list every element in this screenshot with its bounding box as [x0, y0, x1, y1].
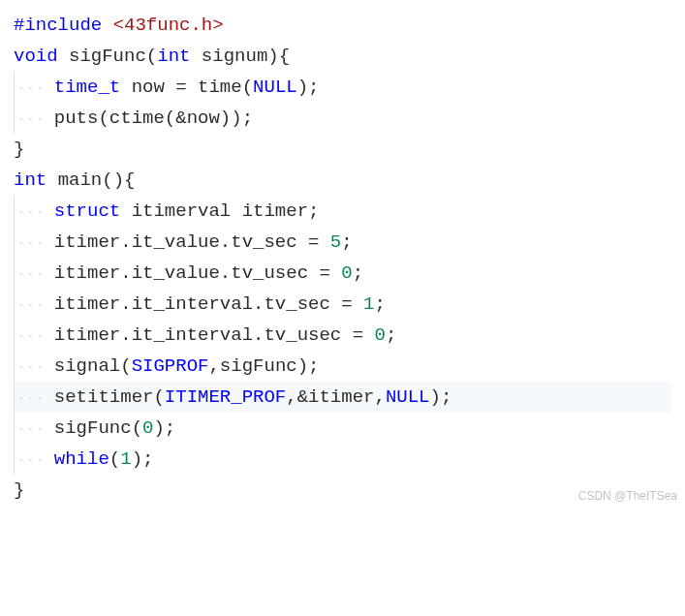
indent-guide: ··· [14, 382, 54, 413]
code-line: ··· puts(ctime(&now)); [14, 103, 671, 134]
code-token: ( [153, 382, 164, 413]
indent-guide: ··· [14, 227, 54, 258]
code-line: ··· itimer.it_interval.tv_sec = 1; [14, 289, 671, 320]
code-token: ); [430, 382, 452, 413]
code-line: void sigFunc(int signum){ [14, 41, 671, 72]
code-line: ··· time_t now = time(NULL); [14, 72, 671, 103]
code-line: ··· setitimer(ITIMER_PROF,&itimer,NULL); [14, 382, 671, 413]
code-token: ; [386, 320, 396, 351]
code-token: ( [146, 41, 157, 72]
code-token: ctime [109, 103, 165, 134]
code-token: now = [120, 72, 198, 103]
code-token: ); [297, 72, 320, 103]
code-token: NULL [386, 382, 430, 413]
code-token: signum){ [190, 41, 290, 72]
code-token: int [14, 165, 47, 196]
code-token: SIGPROF [132, 351, 209, 382]
code-token: itimer.it_interval.tv_usec = [54, 320, 375, 351]
code-token: ( [109, 444, 120, 475]
code-line: } [14, 134, 671, 165]
indent-guide: ··· [14, 413, 54, 444]
indent-guide: ··· [14, 258, 54, 289]
code-token: ; [341, 227, 352, 258]
code-line: #include <43func.h> [14, 10, 671, 41]
code-token: itimer.it_value.tv_usec = [54, 258, 341, 289]
code-token: NULL [253, 72, 297, 103]
code-token: itimerval itimer; [120, 196, 319, 227]
code-line: ··· signal(SIGPROF,sigFunc); [14, 351, 671, 382]
code-token: 0 [374, 320, 385, 351]
code-line: ··· itimer.it_value.tv_sec = 5; [14, 227, 671, 258]
indent-guide: ··· [14, 103, 54, 134]
code-token: setitimer [54, 382, 154, 413]
code-token: 1 [120, 444, 131, 475]
indent-guide: ··· [14, 320, 54, 351]
indent-guide: ··· [14, 351, 54, 382]
code-token: struct [54, 196, 120, 227]
code-token: ( [98, 103, 109, 134]
code-token: ; [374, 289, 385, 320]
code-token: time [198, 72, 242, 103]
code-block: #include <43func.h>void sigFunc(int sign… [0, 0, 685, 515]
code-token: ); [132, 444, 154, 475]
code-line: } [14, 475, 671, 506]
code-token: 1 [363, 289, 374, 320]
code-token: (&now)); [165, 103, 253, 134]
indent-guide: ··· [14, 444, 54, 475]
indent-guide: ··· [14, 289, 54, 320]
code-token: puts [54, 103, 99, 134]
code-token: #include [14, 10, 113, 41]
code-token: 0 [341, 258, 352, 289]
indent-guide: ··· [14, 196, 54, 227]
code-token: ); [153, 413, 175, 444]
code-token: sigFunc [69, 41, 146, 72]
code-token: (){ [102, 165, 135, 196]
code-token: main [58, 165, 103, 196]
code-token: ( [242, 72, 253, 103]
code-token: itimer.it_interval.tv_sec = [54, 289, 363, 320]
code-token: 0 [142, 413, 153, 444]
code-token: time_t [54, 72, 120, 103]
code-token: ; [353, 258, 363, 289]
code-line: int main(){ [14, 165, 671, 196]
code-token [58, 41, 69, 72]
code-token: ,sigFunc); [208, 351, 319, 382]
code-token: while [54, 444, 109, 475]
watermark-text: CSDN @TheITSea [578, 480, 677, 511]
code-token: <43func.h> [113, 10, 224, 41]
code-token: void [14, 41, 58, 72]
code-token: 5 [330, 227, 341, 258]
code-token: ( [132, 413, 142, 444]
code-token [47, 165, 57, 196]
code-line: ··· itimer.it_interval.tv_usec = 0; [14, 320, 671, 351]
code-token: itimer.it_value.tv_sec = [54, 227, 330, 258]
code-token: sigFunc [54, 413, 132, 444]
code-token: ( [120, 351, 131, 382]
code-line: ··· sigFunc(0); [14, 413, 671, 444]
code-token: ,&itimer, [286, 382, 386, 413]
code-line: ··· itimer.it_value.tv_usec = 0; [14, 258, 671, 289]
code-line: ··· while(1); [14, 444, 671, 475]
code-token: } [14, 134, 24, 165]
code-token: signal [54, 351, 120, 382]
code-lines: #include <43func.h>void sigFunc(int sign… [14, 10, 671, 506]
indent-guide: ··· [14, 72, 54, 103]
code-token: } [14, 475, 24, 506]
code-token: int [157, 41, 190, 72]
code-line: ··· struct itimerval itimer; [14, 196, 671, 227]
code-token: ITIMER_PROF [165, 382, 286, 413]
